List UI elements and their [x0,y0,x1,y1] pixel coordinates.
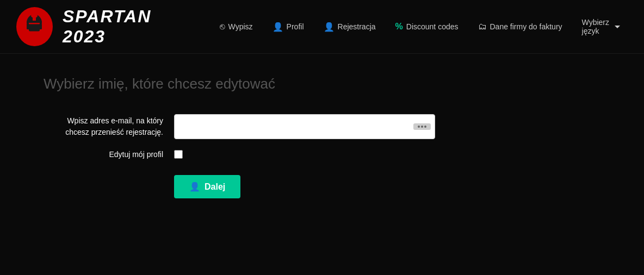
nav-discount-codes[interactable]: % Discount codes [388,18,466,35]
email-input[interactable] [174,114,435,139]
nav-rejestracja[interactable]: 👤 Rejestracja [316,18,383,35]
register-icon: 👤 [324,22,335,32]
header: SPARTAN 2023 ⎋ Wypisz 👤 Profil 👤 Rejestr… [0,0,644,54]
discount-icon: % [395,22,403,32]
dot-1 [418,126,420,128]
svg-rect-5 [27,24,29,29]
email-label: Wpisz adres e-mail, na który chcesz prze… [44,115,163,138]
edit-profile-checkbox[interactable] [174,150,183,159]
logout-icon: ⎋ [220,22,225,32]
svg-rect-7 [29,28,40,32]
email-input-wrapper [174,114,435,139]
logo-circle [16,7,53,46]
main-nav: ⎋ Wypisz 👤 Profil 👤 Rejestracja % Discou… [212,15,628,39]
main-content: Wybierz imię, które chcesz edytować Wpis… [0,54,644,220]
spartan-helmet-icon [21,13,48,40]
form-container: Wpisz adres e-mail, na który chcesz prze… [44,114,600,198]
email-dots-button[interactable] [413,123,431,130]
svg-rect-2 [29,23,40,24]
edit-profile-label: Edytuj mój profil [44,150,163,159]
dot-2 [421,126,423,128]
page-subtitle: Wybierz imię, które chcesz edytować [44,76,600,92]
submit-button[interactable]: 👤 Dalej [174,175,240,198]
email-row: Wpisz adres e-mail, na który chcesz prze… [44,114,600,139]
edit-profile-row: Edytuj mój profil [44,150,600,159]
nav-profil[interactable]: 👤 Profil [265,18,312,35]
dot-3 [424,126,426,128]
nav-wypisz[interactable]: ⎋ Wypisz [212,18,261,35]
svg-rect-6 [39,24,42,29]
nav-dane-firmy[interactable]: 🗂 Dane firmy do faktury [470,18,570,35]
svg-rect-4 [33,15,36,21]
language-selector[interactable]: Wybierz język [574,15,628,39]
chevron-down-icon [615,26,620,28]
logo-title: SPARTAN 2023 [63,7,190,47]
logo-container: SPARTAN 2023 [16,7,190,47]
user-btn-icon: 👤 [189,182,200,192]
profile-icon: 👤 [273,22,283,32]
invoice-icon: 🗂 [478,22,487,32]
